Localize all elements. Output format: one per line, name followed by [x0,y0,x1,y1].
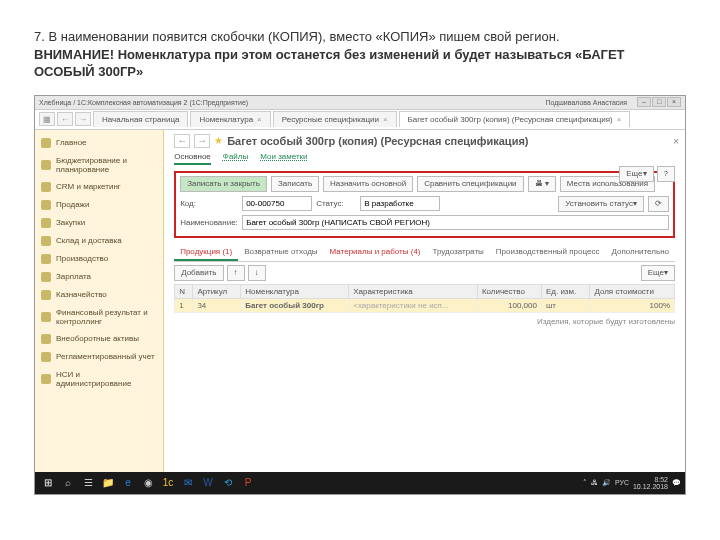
instr-line2: ВНИМАНИЕ! Номенклатура при этом останетс… [34,47,625,80]
section-icon [41,254,51,264]
nav-back-icon[interactable]: ← [57,112,73,126]
print-icon[interactable]: 🖶 ▾ [528,176,556,192]
window-title: Хлебница / 1С:Комплексная автоматизация … [39,99,248,106]
form-close-icon[interactable]: × [673,136,679,147]
section-icon [41,312,51,322]
powerpoint-icon[interactable]: P [239,475,257,491]
teamviewer-icon[interactable]: ⟲ [219,475,237,491]
sidebar-item-warehouse[interactable]: Склад и доставка [35,232,163,250]
highlighted-area: Записать и закрыть Записать Назначить ос… [174,171,675,238]
sidebar-item-treasury[interactable]: Казначейство [35,286,163,304]
tray-up-icon[interactable]: ˄ [583,479,587,487]
sidebar-item-purchases[interactable]: Закупки [35,214,163,232]
section-icon [41,138,51,148]
nav-menu-icon[interactable]: ▦ [39,112,55,126]
onec-icon[interactable]: 1c [159,475,177,491]
tab-specs[interactable]: Ресурсные спецификации× [273,111,397,127]
compare-button[interactable]: Сравнить спецификации [417,176,523,192]
sidebar-item-crm[interactable]: CRM и маркетинг [35,178,163,196]
sidebar-item-reg[interactable]: Регламентированный учет [35,348,163,366]
maximize-button[interactable]: □ [652,97,666,107]
table-more-button[interactable]: Еще ▾ [641,265,675,281]
subnav-notes[interactable]: Мои заметки [260,152,307,165]
window-controls: – □ × [637,97,681,107]
dtab-extra[interactable]: Дополнительно [605,244,675,261]
notifications-icon[interactable]: 💬 [672,479,681,487]
section-icon [41,272,51,282]
word-icon[interactable]: W [199,475,217,491]
tab-home[interactable]: Начальная страница [93,111,188,127]
taskbar: ⊞ ⌕ ☰ 📁 e ◉ 1c ✉ W ⟲ P ˄ 🖧 🔊 РУС 8:52 10… [35,472,685,494]
section-icon [41,334,51,344]
section-icon [41,200,51,210]
back-arrow-icon[interactable]: ← [174,134,190,148]
up-icon[interactable]: ↑ [227,265,245,281]
fwd-arrow-icon[interactable]: → [194,134,210,148]
close-icon[interactable]: × [617,115,622,124]
start-icon[interactable]: ⊞ [39,475,57,491]
sidebar-item-production[interactable]: Производство [35,250,163,268]
tab-current[interactable]: Багет особый 300гр (копия) (Ресурсная сп… [399,111,631,127]
explorer-icon[interactable]: 📁 [99,475,117,491]
col-unit: Ед. изм. [541,284,589,298]
col-char: Характеристика [349,284,478,298]
subnav-main[interactable]: Основное [174,152,211,165]
mail-icon[interactable]: ✉ [179,475,197,491]
nav-fwd-icon[interactable]: → [75,112,91,126]
close-button[interactable]: × [667,97,681,107]
sidebar-item-salary[interactable]: Зарплата [35,268,163,286]
col-share: Доля стоимости [590,284,675,298]
form-title: Багет особый 300гр (копия) (Ресурсная сп… [227,135,528,147]
tray-sound-icon[interactable]: 🔊 [602,479,611,487]
tab-nomenclature[interactable]: Номенклатура× [190,111,270,127]
user-name: Подшивалова Анастасия [545,99,627,106]
app-window: Хлебница / 1С:Комплексная автоматизация … [34,95,686,495]
minimize-button[interactable]: – [637,97,651,107]
close-icon[interactable]: × [383,115,388,124]
instr-line1: 7. В наименовании появится скобочки (КОП… [34,29,560,44]
save-close-button[interactable]: Записать и закрыть [180,176,267,192]
sidebar-item-budget[interactable]: Бюджетирование и планирование [35,152,163,178]
dtab-waste[interactable]: Возвратные отходы [238,244,323,261]
table-row[interactable]: 1 34 Багет особый 300гр <характеристики … [175,298,675,312]
name-label: Наименование: [180,218,238,227]
more-button[interactable]: Еще ▾ [619,166,653,182]
subnav-files[interactable]: Файлы [223,152,248,165]
section-icon [41,182,51,192]
name-input[interactable] [242,215,669,230]
close-icon[interactable]: × [257,115,262,124]
section-icon [41,236,51,246]
set-status-button[interactable]: Установить статус ▾ [558,196,644,212]
add-button[interactable]: Добавить [174,265,223,281]
chrome-icon[interactable]: ◉ [139,475,157,491]
dtab-products[interactable]: Продукция (1) [174,244,238,261]
sidebar-item-sales[interactable]: Продажи [35,196,163,214]
sidebar-item-admin[interactable]: НСИ и администрирование [35,366,163,392]
sidebar-item-assets[interactable]: Внеоборотные активы [35,330,163,348]
dtab-materials[interactable]: Материалы и работы (4) [324,244,427,261]
assign-main-button[interactable]: Назначить основной [323,176,413,192]
dtab-process[interactable]: Производственный процесс [490,244,606,261]
status-extra-button[interactable]: ⟳ [648,196,669,212]
tray-net-icon[interactable]: 🖧 [591,479,598,486]
down-icon[interactable]: ↓ [248,265,266,281]
dtab-labor[interactable]: Трудозатраты [427,244,490,261]
help-button[interactable]: ? [657,166,675,182]
instruction: 7. В наименовании появится скобочки (КОП… [34,28,686,81]
section-icon [41,218,51,228]
star-icon[interactable]: ★ [214,135,223,146]
section-icon [41,290,51,300]
search-icon[interactable]: ⌕ [59,475,77,491]
section-icon [41,352,51,362]
code-input[interactable] [242,196,312,211]
sidebar-item-main[interactable]: Главное [35,134,163,152]
edge-icon[interactable]: e [119,475,137,491]
taskview-icon[interactable]: ☰ [79,475,97,491]
sidebar-item-finance[interactable]: Финансовый результат и контроллинг [35,304,163,330]
save-button[interactable]: Записать [271,176,319,192]
col-nom: Номенклатура [241,284,349,298]
tray-lang[interactable]: РУС [615,479,629,486]
clock[interactable]: 8:52 10.12.2018 [633,476,668,490]
sidebar: Главное Бюджетирование и планирование CR… [35,130,164,494]
status-input[interactable] [360,196,440,211]
